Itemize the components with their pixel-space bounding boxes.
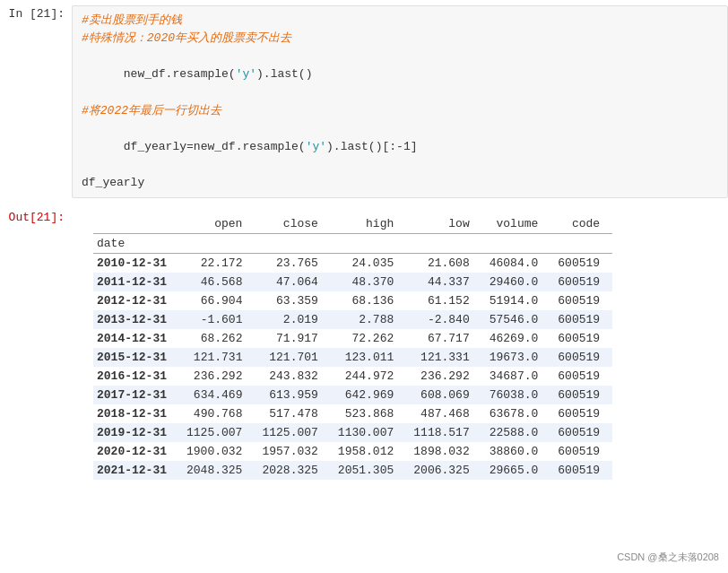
code-line-5: df_yearly=new_df.resample('y').last()[:-…	[82, 120, 718, 174]
cell-high: 48.370	[331, 273, 406, 291]
cell-open: 68.262	[179, 329, 255, 348]
table-row: 2010-12-3122.17223.76524.03521.60846084.…	[93, 254, 612, 273]
cell-volume: 22588.0	[482, 423, 551, 442]
input-label: In [21]:	[0, 5, 72, 198]
table-index-row: date	[93, 234, 612, 254]
cell-volume: 51914.0	[482, 291, 551, 310]
cell-code: 600519	[550, 329, 612, 348]
cell-low: 121.331	[406, 348, 481, 367]
cell-high: 523.868	[331, 404, 406, 423]
cell-volume: 29460.0	[482, 273, 551, 291]
col-subheader-close	[255, 234, 330, 254]
cell-volume: 46084.0	[482, 254, 551, 273]
col-header-open: open	[179, 214, 255, 234]
cell-close: 517.478	[255, 404, 330, 423]
code-block[interactable]: #卖出股票到手的钱 #特殊情况：2020年买入的股票卖不出去 new_df.re…	[72, 5, 728, 198]
cell-high: 2.788	[331, 310, 406, 329]
table-row: 2015-12-31121.731121.701123.011121.33119…	[93, 348, 612, 367]
cell-open: 22.172	[179, 254, 255, 273]
cell-open: 490.768	[179, 404, 255, 423]
cell-code: 600519	[550, 367, 612, 386]
cell-open: 1125.007	[179, 423, 255, 442]
cell-date: 2012-12-31	[93, 291, 179, 310]
cell-volume: 19673.0	[482, 348, 551, 367]
col-header-code: code	[550, 214, 612, 234]
col-subheader-volume	[482, 234, 551, 254]
col-header-low: low	[406, 214, 481, 234]
cell-high: 2051.305	[331, 461, 406, 480]
code-line-2: #特殊情况：2020年买入的股票卖不出去	[82, 30, 718, 48]
table-row: 2021-12-312048.3252028.3252051.3052006.3…	[93, 461, 612, 480]
cell-close: 2.019	[255, 310, 330, 329]
cell-low: 1898.032	[406, 442, 481, 461]
cell-date: 2015-12-31	[93, 348, 179, 367]
cell-date: 2020-12-31	[93, 442, 179, 461]
cell-date: 2013-12-31	[93, 310, 179, 329]
cell-low: 21.608	[406, 254, 481, 273]
cell-low: -2.840	[406, 310, 481, 329]
cell-high: 1958.012	[331, 442, 406, 461]
col-header-close: close	[255, 214, 330, 234]
cell-open: 1900.032	[179, 442, 255, 461]
code-text: new_df.resample('y').last()	[124, 67, 313, 81]
cell-high: 68.136	[331, 291, 406, 310]
cell-low: 1118.517	[406, 423, 481, 442]
table-row: 2013-12-31-1.6012.0192.788-2.84057546.06…	[93, 310, 612, 329]
cell-date: 2010-12-31	[93, 254, 179, 273]
cell-open: 46.568	[179, 273, 255, 291]
col-header-volume: volume	[482, 214, 551, 234]
table-row: 2011-12-3146.56847.06448.37044.33729460.…	[93, 273, 612, 291]
code-line-3: new_df.resample('y').last()	[82, 48, 718, 101]
cell-date: 2019-12-31	[93, 423, 179, 442]
cell-low: 608.069	[406, 386, 481, 404]
cell-low: 61.152	[406, 291, 481, 310]
cell-close: 63.359	[255, 291, 330, 310]
table-row: 2016-12-31236.292243.832244.972236.29234…	[93, 367, 612, 386]
cell-code: 600519	[550, 348, 612, 367]
cell-code: 600519	[550, 254, 612, 273]
cell-code: 600519	[550, 273, 612, 291]
cell-date: 2016-12-31	[93, 367, 179, 386]
cell-volume: 46269.0	[482, 329, 551, 348]
cell-code: 600519	[550, 310, 612, 329]
cell-open: 121.731	[179, 348, 255, 367]
col-subheader-open	[179, 234, 255, 254]
cell-open: 66.904	[179, 291, 255, 310]
output-label: Out[21]:	[0, 209, 72, 485]
cell-low: 2006.325	[406, 461, 481, 480]
cell-high: 72.262	[331, 329, 406, 348]
col-subheader-low	[406, 234, 481, 254]
table-row: 2012-12-3166.90463.35968.13661.15251914.…	[93, 291, 612, 310]
cell-volume: 29665.0	[482, 461, 551, 480]
code-line-4: #将2022年最后一行切出去	[82, 102, 718, 120]
cell-volume: 34687.0	[482, 367, 551, 386]
cell-high: 1130.007	[331, 423, 406, 442]
cell-close: 243.832	[255, 367, 330, 386]
cell-volume: 57546.0	[482, 310, 551, 329]
cell-open: 2048.325	[179, 461, 255, 480]
dataframe-wrapper: open close high low volume code date	[75, 209, 728, 485]
cell-code: 600519	[550, 461, 612, 480]
cell-volume: 38860.0	[482, 442, 551, 461]
cell-low: 487.468	[406, 404, 481, 423]
col-header-corner	[93, 214, 179, 234]
cell-open: 634.469	[179, 386, 255, 404]
cell-date: 2021-12-31	[93, 461, 179, 480]
col-header-date: date	[93, 234, 179, 254]
cell-close: 1125.007	[255, 423, 330, 442]
cell-close: 23.765	[255, 254, 330, 273]
cell-low: 44.337	[406, 273, 481, 291]
col-subheader-code	[550, 234, 612, 254]
cell-code: 600519	[550, 404, 612, 423]
cell-high: 123.011	[331, 348, 406, 367]
cell-date: 2011-12-31	[93, 273, 179, 291]
cell-code: 600519	[550, 386, 612, 404]
code-text: df_yearly=new_df.resample('y').last()[:-…	[124, 140, 418, 153]
cell-volume: 63678.0	[482, 404, 551, 423]
cell-close: 121.701	[255, 348, 330, 367]
output-content: open close high low volume code date	[72, 209, 728, 485]
cell-date: 2018-12-31	[93, 404, 179, 423]
col-header-high: high	[331, 214, 406, 234]
table-row: 2019-12-311125.0071125.0071130.0071118.5…	[93, 423, 612, 442]
table-row: 2014-12-3168.26271.91772.26267.71746269.…	[93, 329, 612, 348]
